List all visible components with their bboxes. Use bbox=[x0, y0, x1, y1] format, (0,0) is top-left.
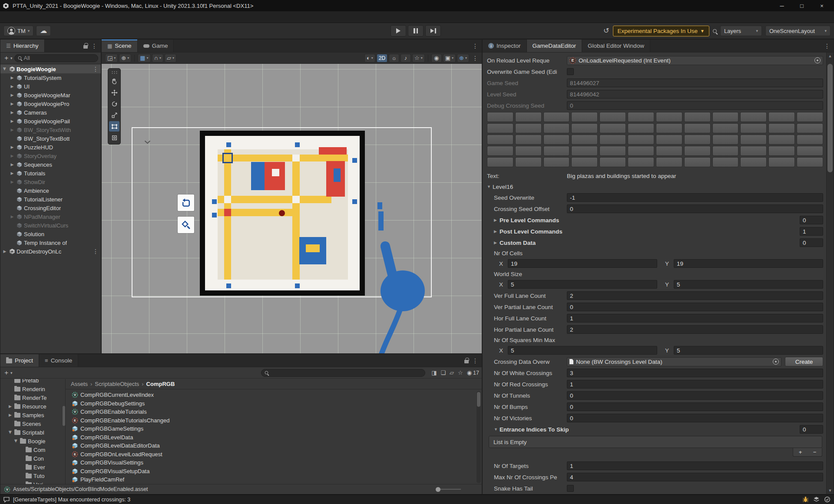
hierarchy-item[interactable]: ▶ CrossingEditor ⋮ bbox=[0, 204, 101, 212]
asset-item[interactable]: CompRGBVisualSetupData bbox=[72, 467, 482, 476]
level-button[interactable] bbox=[712, 157, 739, 167]
asset-item[interactable]: PlayFieldCamRef bbox=[72, 475, 482, 484]
nr-bumps-input[interactable]: 0 bbox=[567, 402, 823, 411]
level-button[interactable] bbox=[768, 157, 795, 167]
level-button[interactable] bbox=[543, 146, 570, 156]
level-button[interactable] bbox=[712, 123, 739, 133]
level-button[interactable] bbox=[487, 135, 513, 145]
step-button[interactable] bbox=[425, 25, 441, 36]
nr-victories-input[interactable]: 0 bbox=[567, 414, 823, 422]
hierarchy-item[interactable]: ▶ ShowDir ⋮ bbox=[0, 178, 101, 186]
minimize-button[interactable]: ─ bbox=[772, 0, 791, 11]
close-button[interactable]: × bbox=[812, 0, 831, 11]
asset-item[interactable]: V CompRGBCurrentLevelIndex bbox=[72, 391, 482, 399]
hierarchy-item[interactable]: ▶ BW_StoryTextWith ⋮ bbox=[0, 125, 101, 134]
2d-toggle-button[interactable]: 2D bbox=[377, 54, 387, 63]
hor-partial-lane-input[interactable]: 2 bbox=[567, 325, 823, 334]
code-optimization-icon[interactable] bbox=[813, 496, 820, 503]
expand-arrow-icon[interactable]: ▶ bbox=[10, 154, 15, 158]
level-button[interactable] bbox=[684, 123, 711, 133]
object-picker-icon[interactable] bbox=[773, 359, 779, 365]
level-button[interactable] bbox=[740, 157, 767, 167]
level-button[interactable] bbox=[571, 123, 598, 133]
asset-item[interactable]: CompRGBLevelData bbox=[72, 433, 482, 442]
scene-visibility-button[interactable]: ◉ bbox=[431, 54, 442, 63]
tab-inspector[interactable]: i Inspector bbox=[483, 40, 527, 52]
selection-handle[interactable] bbox=[226, 283, 231, 288]
selection-handle[interactable] bbox=[295, 142, 300, 147]
squares-min-input[interactable]: 5 bbox=[508, 346, 657, 355]
layout-dropdown[interactable]: OneScreenLayout▾ bbox=[765, 26, 831, 36]
snap-increment-button[interactable]: ▱▾ bbox=[165, 54, 176, 63]
folder-item[interactable]: ▶ Com bbox=[0, 445, 65, 454]
level-button[interactable] bbox=[740, 146, 767, 156]
chevron-down-icon[interactable] bbox=[144, 140, 151, 144]
level-button[interactable] bbox=[797, 123, 823, 133]
item-menu-icon[interactable]: ⋮ bbox=[93, 248, 101, 255]
foldout-arrow-icon[interactable]: ▶ bbox=[487, 229, 500, 234]
hierarchy-search-input[interactable]: All bbox=[14, 54, 98, 62]
asset-item[interactable]: V CompRGBEnableTutorials bbox=[72, 408, 482, 416]
shading-mode-button[interactable]: ◐▾ bbox=[364, 54, 375, 63]
lighting-toggle-button[interactable]: ☼ bbox=[389, 54, 399, 63]
level-button[interactable] bbox=[571, 157, 598, 167]
add-element-button[interactable]: + bbox=[799, 449, 802, 455]
asset-item[interactable]: CompRGBDebugSettings bbox=[72, 399, 482, 408]
hierarchy-item[interactable]: ▶ BoogieWoogiePail ⋮ bbox=[0, 117, 101, 125]
level-button[interactable] bbox=[712, 135, 739, 145]
tab-console[interactable]: ≡ Console bbox=[39, 354, 78, 367]
transform-tool-button[interactable] bbox=[109, 132, 119, 143]
ver-partial-lane-input[interactable]: 0 bbox=[567, 303, 823, 311]
hierarchy-item[interactable]: ▶ TutorialListener ⋮ bbox=[0, 195, 101, 204]
level-button[interactable] bbox=[628, 157, 654, 167]
expand-arrow-icon[interactable]: ▶ bbox=[10, 93, 15, 97]
debugger-bug-icon[interactable] bbox=[802, 496, 809, 503]
level-button[interactable] bbox=[684, 135, 711, 145]
overwrite-seed-checkbox[interactable] bbox=[567, 68, 574, 75]
level-button[interactable] bbox=[797, 157, 823, 167]
view-tool-button[interactable] bbox=[109, 76, 119, 86]
scene-menu-icon[interactable]: ⋮ bbox=[472, 55, 478, 62]
move-tool-button[interactable] bbox=[109, 87, 119, 98]
level-button[interactable] bbox=[740, 112, 767, 122]
rotate-tool-button[interactable] bbox=[109, 99, 119, 109]
expand-arrow-icon[interactable]: ▶ bbox=[14, 439, 18, 444]
remove-element-button[interactable]: − bbox=[813, 449, 817, 455]
level-button[interactable] bbox=[487, 112, 513, 122]
asset-item[interactable]: CompRGBLevelDataEditorData bbox=[72, 441, 482, 450]
hierarchy-item[interactable]: ▶ StoryOverlay ⋮ bbox=[0, 152, 101, 160]
audio-toggle-button[interactable]: ♪ bbox=[400, 54, 411, 63]
level-button[interactable] bbox=[656, 157, 682, 167]
play-button[interactable] bbox=[391, 25, 406, 36]
crossing-data-object-field[interactable]: None (BW Crossings Level Data) bbox=[567, 357, 781, 366]
expand-arrow-icon[interactable]: ▶ bbox=[10, 76, 15, 80]
squares-max-input[interactable]: 5 bbox=[674, 346, 823, 355]
item-menu-icon[interactable]: ⋮ bbox=[93, 66, 101, 72]
status-message[interactable]: [GenerateTargets] Max encountered crossi… bbox=[13, 497, 130, 503]
hor-full-lane-input[interactable]: 1 bbox=[567, 314, 823, 323]
effects-toggle-button[interactable]: ☆▾ bbox=[412, 54, 425, 63]
level-button[interactable] bbox=[768, 123, 795, 133]
folder-item[interactable]: ▶ Vari bbox=[0, 480, 65, 484]
project-search-input[interactable] bbox=[261, 369, 425, 377]
folder-item[interactable]: ▶ Boogie bbox=[0, 437, 65, 445]
boogie-woogie-playfield[interactable] bbox=[200, 131, 365, 296]
folder-item[interactable]: ▶ Ever bbox=[0, 463, 65, 471]
asset-item[interactable]: E CompRGBEnableTutorialsChanged bbox=[72, 416, 482, 425]
hierarchy-item[interactable]: ▶ Temp Instance of ⋮ bbox=[0, 238, 101, 247]
foldout-arrow-icon[interactable]: ▶ bbox=[487, 240, 500, 245]
level-button[interactable] bbox=[543, 123, 570, 133]
gizmos-button[interactable]: ⊕▾ bbox=[457, 54, 469, 63]
level-button[interactable] bbox=[797, 135, 823, 145]
level-button[interactable] bbox=[487, 146, 513, 156]
max-crossings-input[interactable]: 4 bbox=[567, 473, 823, 481]
undo-history-icon[interactable]: ↺ bbox=[603, 27, 609, 34]
folder-item[interactable]: ▶ Scenes bbox=[0, 419, 65, 428]
scroll-up-icon[interactable]: ▲ bbox=[827, 54, 834, 58]
world-x-input[interactable]: 5 bbox=[508, 280, 657, 289]
level-button[interactable] bbox=[768, 135, 795, 145]
breadcrumb-item[interactable]: CompRGB › bbox=[146, 381, 179, 387]
cloud-services-button[interactable]: ☁ bbox=[36, 26, 51, 36]
level-button[interactable] bbox=[768, 112, 795, 122]
ver-full-lane-input[interactable]: 2 bbox=[567, 291, 823, 300]
